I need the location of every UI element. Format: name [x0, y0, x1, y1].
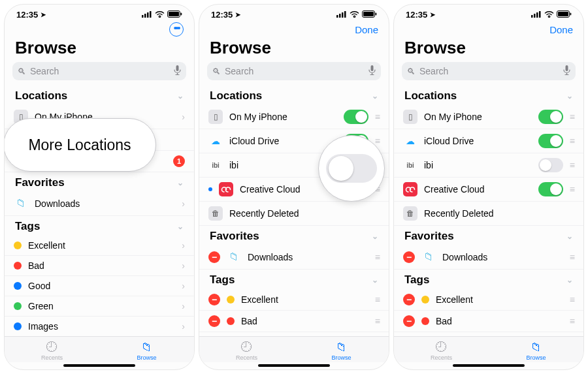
svg-rect-21 — [558, 12, 568, 16]
creative-cloud-icon — [403, 182, 417, 196]
list-item[interactable]: Good› — [5, 276, 194, 296]
list-item[interactable]: −Excellent≡ — [394, 289, 583, 311]
reorder-handle-icon[interactable]: ≡ — [375, 252, 380, 262]
reorder-handle-icon[interactable]: ≡ — [570, 112, 574, 122]
tab-recents[interactable]: 🕘︎Recents — [5, 339, 99, 362]
more-button[interactable]: ••• — [169, 22, 184, 37]
callout-more-locations: More Locations — [4, 118, 156, 172]
list-item[interactable]: 🗑︎Recently Deleted — [199, 202, 389, 226]
search-bar[interactable]: 🔍︎ — [12, 62, 186, 80]
list-item[interactable]: ibiibi≡ — [394, 153, 583, 178]
reorder-handle-icon[interactable]: ≡ — [570, 294, 574, 305]
tab-browse[interactable]: 📁︎Browse — [99, 339, 194, 362]
tab-recents[interactable]: 🕘︎Recents — [394, 339, 489, 362]
svg-rect-8 — [336, 15, 338, 18]
remove-button[interactable]: − — [208, 315, 220, 327]
section-header[interactable]: Tags⌄ — [199, 270, 389, 289]
list-item[interactable]: ▯On My iPhone≡ — [394, 105, 583, 129]
signal-icon — [531, 10, 542, 20]
row-label: Recently Deleted — [229, 208, 380, 219]
mic-icon[interactable] — [563, 65, 570, 77]
list-item[interactable]: −Excellent≡ — [199, 289, 389, 311]
list-item[interactable]: Excellent› — [5, 236, 194, 256]
search-bar[interactable]: 🔍︎ — [402, 62, 576, 80]
section-title: Tags — [210, 273, 235, 287]
clock-icon: 🕘︎ — [5, 341, 99, 354]
row-label: ibi — [424, 160, 532, 170]
toggle-switch[interactable] — [538, 110, 563, 124]
mic-icon[interactable] — [174, 65, 181, 77]
list-item[interactable]: −📁︎Downloads≡ — [394, 245, 583, 270]
list-item[interactable]: ▯On My iPhone≡ — [199, 105, 389, 129]
remove-button[interactable]: − — [403, 315, 415, 327]
list-item[interactable]: −Bad≡ — [199, 311, 389, 332]
search-input[interactable] — [225, 66, 365, 76]
row-label: Bad — [241, 316, 368, 326]
signal-icon — [142, 10, 152, 20]
list-item[interactable]: Images› — [5, 317, 194, 336]
list-item[interactable]: 🗑︎Recently Deleted — [394, 202, 583, 226]
section-header[interactable]: Locations⌄ — [5, 86, 194, 105]
toggle-switch[interactable] — [344, 110, 368, 124]
reorder-handle-icon[interactable]: ≡ — [375, 294, 380, 305]
chevron-right-icon: › — [182, 260, 185, 271]
mic-icon[interactable] — [368, 65, 376, 77]
section-header[interactable]: Locations⌄ — [394, 86, 583, 105]
remove-button[interactable]: − — [208, 294, 220, 305]
section-title: Locations — [210, 89, 262, 102]
tab-bar: 🕘︎Recents📁︎Browse — [199, 336, 389, 362]
clock-icon: 🕘︎ — [199, 341, 294, 354]
svg-rect-11 — [344, 11, 346, 18]
reorder-handle-icon[interactable]: ≡ — [375, 316, 380, 326]
tab-recents[interactable]: 🕘︎Recents — [199, 339, 294, 362]
list-item[interactable]: Creative Cloud≡ — [394, 178, 583, 202]
section-header[interactable]: Tags⌄ — [5, 216, 194, 236]
search-input[interactable] — [30, 66, 170, 76]
reorder-handle-icon[interactable]: ≡ — [570, 316, 574, 326]
toggle-switch[interactable] — [538, 134, 563, 148]
toggle-switch[interactable] — [538, 158, 563, 172]
section-header[interactable]: Favorites⌄ — [394, 226, 583, 245]
row-label: iCloud Drive — [424, 136, 532, 146]
done-button[interactable]: Done — [355, 24, 378, 35]
tab-browse[interactable]: 📁︎Browse — [294, 339, 389, 362]
tab-browse[interactable]: 📁︎Browse — [489, 339, 583, 362]
list-item[interactable]: ☁︎iCloud Drive≡ — [394, 129, 583, 153]
chevron-down-icon: ⌄ — [372, 91, 378, 101]
reorder-handle-icon[interactable]: ≡ — [375, 112, 380, 122]
tag-dot-icon — [14, 282, 22, 290]
row-label: Downloads — [248, 252, 368, 262]
remove-button[interactable]: − — [208, 251, 220, 263]
list-item[interactable]: −📁︎Downloads≡ — [199, 245, 389, 270]
content-list: Locations⌄▯On My iPhone≡☁︎iCloud Drive≡i… — [394, 86, 583, 336]
toggle-switch[interactable] — [538, 182, 563, 196]
section-header[interactable]: Favorites⌄ — [199, 226, 389, 245]
reorder-handle-icon[interactable]: ≡ — [375, 136, 380, 146]
list-item[interactable]: −Bad≡ — [394, 311, 583, 332]
ibi-icon: ibi — [403, 158, 417, 172]
section-header[interactable]: Favorites⌄ — [5, 172, 194, 192]
section-header[interactable]: Locations⌄ — [199, 86, 389, 105]
list-item[interactable]: Green› — [5, 296, 194, 317]
tag-dot-icon — [227, 296, 235, 304]
chevron-right-icon: › — [182, 301, 185, 311]
reorder-handle-icon[interactable]: ≡ — [570, 184, 574, 195]
reorder-handle-icon[interactable]: ≡ — [570, 252, 574, 262]
search-input[interactable] — [419, 66, 559, 76]
done-button[interactable]: Done — [549, 24, 573, 35]
section-header[interactable]: Tags⌄ — [394, 270, 583, 289]
remove-button[interactable]: − — [403, 251, 415, 263]
reorder-handle-icon[interactable]: ≡ — [570, 136, 574, 146]
signal-icon — [336, 10, 347, 20]
remove-button[interactable]: − — [403, 294, 415, 305]
list-item[interactable]: 📁︎Downloads› — [5, 192, 194, 216]
search-bar[interactable]: 🔍︎ — [207, 62, 381, 80]
nav-bar: Done — [199, 22, 389, 38]
reorder-handle-icon[interactable]: ≡ — [570, 160, 574, 170]
section-title: Tags — [404, 273, 429, 287]
section-title: Locations — [404, 89, 457, 102]
svg-rect-6 — [181, 13, 182, 16]
svg-rect-3 — [150, 11, 152, 18]
list-item[interactable]: Bad› — [5, 256, 194, 276]
row-label: Downloads — [442, 252, 563, 262]
